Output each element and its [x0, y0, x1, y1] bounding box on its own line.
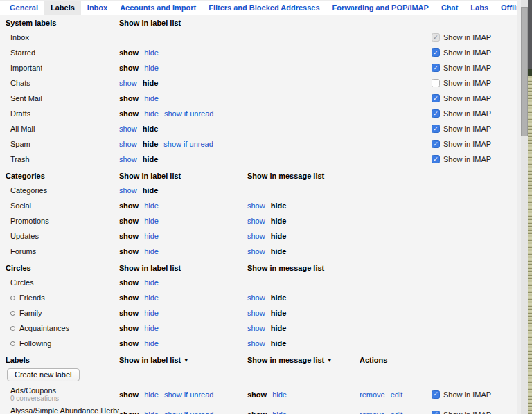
remove-link[interactable]: remove: [360, 411, 385, 414]
imap-checkbox[interactable]: ✓: [432, 155, 440, 163]
tab-labs[interactable]: Labs: [464, 1, 495, 15]
sort-arrow-icon[interactable]: ▼: [327, 358, 332, 363]
imap-cell: ✓Show in IMAP: [432, 48, 517, 57]
show-link[interactable]: show: [119, 140, 137, 148]
message-list-options: showhide: [247, 232, 360, 240]
background-window-shadow: [528, 69, 532, 76]
label-list-options: showhide: [119, 294, 247, 302]
label-name-stack: Important: [10, 64, 42, 72]
edit-link[interactable]: edit: [391, 390, 403, 399]
tab-labels[interactable]: Labels: [44, 1, 81, 15]
section-title: Categories: [6, 172, 45, 180]
show-link[interactable]: show: [119, 79, 137, 87]
show-link[interactable]: show: [119, 155, 137, 163]
imap-label: Show in IMAP: [443, 155, 491, 163]
show-link[interactable]: show: [247, 309, 265, 317]
label-row: Forumsshowhideshowhide: [0, 244, 517, 259]
show-if-unread-link[interactable]: show if unread: [164, 411, 214, 414]
hide-link[interactable]: hide: [144, 94, 159, 102]
column-header-message-list-text: Show in message list: [247, 264, 324, 272]
imap-checkbox[interactable]: ✓: [432, 411, 440, 414]
hide-state: hide: [271, 309, 287, 317]
show-if-unread-link[interactable]: show if unread: [164, 109, 214, 118]
hide-link[interactable]: hide: [144, 232, 159, 240]
label-name-stack: Chats: [10, 79, 30, 87]
imap-checkbox[interactable]: ✓: [432, 94, 440, 102]
tab-chat[interactable]: Chat: [435, 1, 464, 15]
show-link[interactable]: show: [247, 324, 265, 332]
section-title: System labels: [6, 19, 56, 27]
hide-state: hide: [143, 155, 159, 163]
label-list-options: showhideshow if unread: [119, 390, 247, 399]
label-name-cell: Updates: [0, 232, 119, 240]
column-header-message-list-text: Show in message list: [247, 172, 324, 180]
tab-inbox[interactable]: Inbox: [81, 1, 114, 15]
label-name-cell: Inbox: [0, 33, 119, 42]
actions-cell: removeedit: [360, 411, 432, 414]
show-state: show: [119, 411, 139, 414]
show-link[interactable]: show: [247, 339, 265, 348]
tab-accounts-and-import[interactable]: Accounts and Import: [114, 1, 202, 15]
show-if-unread-link[interactable]: show if unread: [163, 140, 213, 148]
imap-checkbox[interactable]: ✓: [432, 140, 440, 148]
show-state: show: [119, 247, 139, 255]
section-title: Circles: [6, 264, 31, 272]
show-if-unread-link[interactable]: show if unread: [164, 390, 214, 399]
hide-link[interactable]: hide: [144, 247, 159, 255]
hide-link[interactable]: hide: [144, 339, 159, 348]
label-name-stack: Forums: [10, 247, 36, 255]
create-label-row: Create new label: [0, 367, 517, 384]
hide-link[interactable]: hide: [144, 64, 159, 72]
show-link[interactable]: show: [247, 247, 265, 255]
tab-filters-and-blocked-addresses[interactable]: Filters and Blocked Addresses: [202, 1, 326, 15]
imap-cell: ✓Show in IMAP: [432, 390, 517, 399]
hide-link[interactable]: hide: [144, 217, 159, 225]
label-name-cell: Forums: [0, 247, 119, 255]
imap-checkbox[interactable]: ✓: [432, 390, 440, 399]
sort-arrow-icon[interactable]: ▼: [184, 358, 188, 363]
show-link[interactable]: show: [247, 294, 265, 302]
section-header-row: System labelsShow in label list: [0, 15, 517, 30]
hide-link[interactable]: hide: [144, 324, 159, 332]
edit-link[interactable]: edit: [391, 411, 403, 414]
column-header-label-list-text: Show in label list: [119, 356, 181, 364]
imap-label: Show in IMAP: [443, 411, 491, 414]
hide-link[interactable]: hide: [144, 309, 159, 317]
show-link[interactable]: show: [247, 217, 265, 225]
hide-link[interactable]: hide: [144, 201, 159, 210]
label-name: Circles: [10, 278, 34, 287]
label-name-cell: Social: [0, 201, 119, 210]
imap-checkbox[interactable]: ✓: [432, 48, 440, 57]
background-window-strip: [521, 0, 532, 414]
section-labels: LabelsShow in label list▼Show in message…: [0, 352, 517, 414]
imap-checkbox[interactable]: ✓: [432, 125, 440, 133]
imap-label: Show in IMAP: [443, 94, 491, 102]
remove-link[interactable]: remove: [360, 390, 385, 399]
label-name-stack: Drafts: [10, 109, 30, 118]
hide-link[interactable]: hide: [144, 411, 159, 414]
imap-checkbox[interactable]: ✓: [432, 64, 440, 72]
hide-link[interactable]: hide: [144, 294, 159, 302]
show-link[interactable]: show: [247, 201, 265, 210]
label-row: Socialshowhideshowhide: [0, 198, 517, 213]
label-row: ChatsshowhideShow in IMAP: [0, 75, 517, 91]
scrollbar-thumb[interactable]: [521, 7, 528, 136]
hide-link[interactable]: hide: [272, 411, 287, 414]
hide-link[interactable]: hide: [144, 390, 159, 399]
label-list-options: showhide: [119, 339, 247, 348]
imap-label: Show in IMAP: [443, 33, 491, 42]
imap-checkbox[interactable]: ✓: [432, 109, 440, 118]
hide-link[interactable]: hide: [144, 278, 159, 287]
hide-link[interactable]: hide: [272, 390, 287, 399]
create-new-label-button[interactable]: Create new label: [7, 368, 80, 381]
show-link[interactable]: show: [247, 232, 265, 240]
tab-forwarding-and-pop-imap[interactable]: Forwarding and POP/IMAP: [326, 1, 435, 15]
tab-general[interactable]: General: [3, 1, 44, 15]
imap-cell: ✓Show in IMAP: [432, 411, 517, 414]
show-link[interactable]: show: [119, 125, 137, 133]
imap-checkbox[interactable]: [432, 79, 440, 87]
show-link[interactable]: show: [119, 186, 137, 195]
hide-link[interactable]: hide: [144, 48, 159, 57]
show-state: show: [119, 390, 139, 399]
hide-link[interactable]: hide: [144, 109, 159, 118]
